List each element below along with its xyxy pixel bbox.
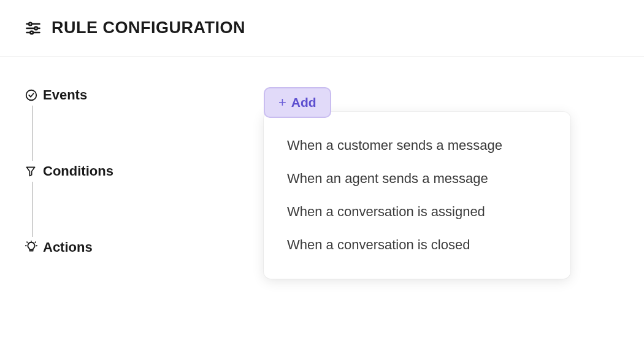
main-panel: + Add When a customer sends a message Wh… bbox=[264, 87, 619, 255]
events-dropdown: When a customer sends a message When an … bbox=[264, 112, 570, 279]
sidebar-item-conditions[interactable]: Conditions bbox=[25, 163, 264, 179]
dropdown-item[interactable]: When a conversation is closed bbox=[287, 228, 547, 257]
connector-line bbox=[32, 106, 33, 161]
funnel-icon bbox=[25, 165, 43, 177]
svg-marker-7 bbox=[26, 167, 34, 176]
connector-line bbox=[32, 182, 33, 237]
svg-point-1 bbox=[29, 22, 32, 25]
sidebar-item-label: Actions bbox=[43, 239, 93, 255]
plus-icon: + bbox=[278, 95, 286, 111]
svg-line-12 bbox=[35, 242, 36, 243]
sidebar: Events Conditions bbox=[25, 87, 264, 255]
sidebar-item-actions[interactable]: Actions bbox=[25, 239, 264, 255]
dropdown-item[interactable]: When a conversation is assigned bbox=[287, 195, 547, 228]
add-button-label: Add bbox=[291, 95, 316, 110]
sidebar-item-label: Events bbox=[43, 87, 87, 103]
dropdown-item[interactable]: When an agent sends a message bbox=[287, 162, 547, 195]
content: Events Conditions bbox=[0, 56, 644, 286]
svg-point-6 bbox=[26, 90, 37, 101]
clock-check-icon bbox=[25, 88, 43, 102]
sidebar-item-label: Conditions bbox=[43, 163, 113, 179]
add-button[interactable]: + Add bbox=[264, 87, 331, 118]
lightbulb-icon bbox=[25, 241, 43, 254]
svg-line-11 bbox=[27, 242, 28, 243]
svg-point-5 bbox=[30, 31, 33, 34]
page-title: RULE CONFIGURATION bbox=[52, 18, 245, 37]
svg-point-3 bbox=[34, 26, 37, 29]
sidebar-item-events[interactable]: Events bbox=[25, 87, 264, 103]
sliders-icon bbox=[25, 20, 42, 37]
header: RULE CONFIGURATION bbox=[0, 0, 644, 56]
dropdown-item[interactable]: When a customer sends a message bbox=[287, 134, 547, 162]
